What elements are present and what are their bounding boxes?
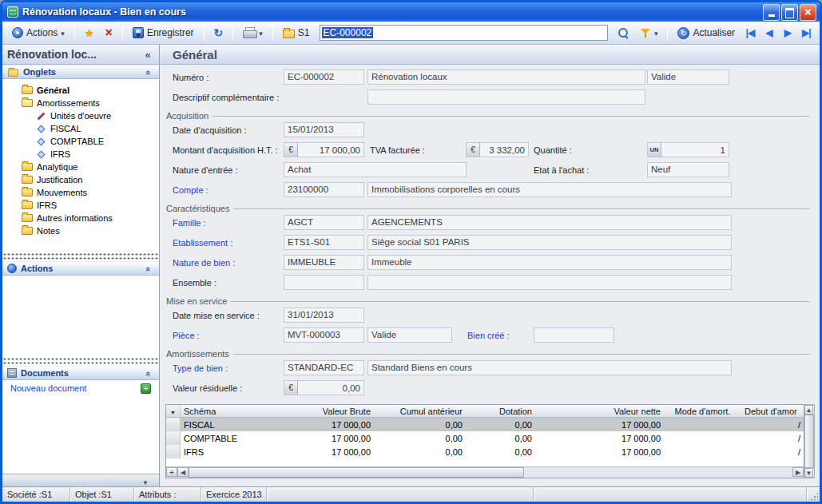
add-row-button[interactable] (166, 467, 177, 477)
save-button[interactable]: Enregistrer (128, 23, 199, 42)
scroll-up-button[interactable] (804, 405, 813, 415)
sidebar-item-mouvements[interactable]: Mouvements (2, 186, 159, 199)
sidebar-item-general[interactable]: Général (2, 84, 159, 97)
panel-splitter[interactable] (2, 251, 159, 261)
field-quantite[interactable]: UN 1 (647, 142, 729, 157)
col-valeur-nette[interactable]: Valeur nette (535, 405, 664, 417)
col-cumul-anterieur[interactable]: Cumul antérieur (374, 405, 466, 417)
scroll-down-button[interactable] (804, 468, 813, 478)
label-nature-bien-link[interactable]: Nature de bien : (173, 258, 235, 268)
field-tva-facturee[interactable]: € 3 332,00 (466, 142, 529, 157)
field-etat-achat[interactable]: Neuf (647, 162, 729, 177)
actualiser-button[interactable]: Actualiser (673, 23, 740, 42)
field-numero[interactable]: EC-000002 (284, 69, 364, 85)
field-valeur-residuelle[interactable]: € 0,00 (284, 380, 364, 395)
scroll-down-button[interactable] (138, 474, 153, 488)
field-compte-code[interactable]: 23100000 (284, 182, 364, 197)
field-ensemble-libelle[interactable] (367, 275, 732, 290)
col-dotation[interactable]: Dotation (466, 405, 535, 417)
field-montant-ht[interactable]: € 17 000,00 (284, 142, 364, 157)
new-button[interactable] (80, 23, 99, 42)
nav-first-button[interactable] (741, 24, 758, 42)
field-designation[interactable]: Rénovation locaux (367, 69, 645, 85)
scroll-thumb[interactable] (189, 467, 524, 478)
new-document-link[interactable]: Nouveau document (10, 383, 141, 393)
panel-splitter[interactable] (2, 355, 159, 366)
field-descriptif[interactable] (367, 89, 645, 105)
cell-mode-amort (664, 431, 741, 445)
sidebar-item-fiscal[interactable]: FISCAL (2, 122, 159, 135)
cell-valeur-brute: 17 000,00 (278, 445, 374, 458)
col-mode-amort[interactable]: Mode d'amort. (664, 405, 741, 417)
label-etablissement-link[interactable]: Etablissement : (173, 238, 232, 248)
field-compte-libelle[interactable]: Immobilisations corporelles en cours (367, 182, 732, 197)
field-date-acquisition[interactable]: 15/01/2013 (284, 122, 364, 137)
record-search-input[interactable]: EC-000002 (320, 25, 608, 41)
field-date-mise-service[interactable]: 31/01/2013 (284, 308, 364, 323)
filter-button[interactable] (636, 23, 663, 42)
scroll-right-button[interactable] (792, 467, 804, 477)
field-etablissement-libelle[interactable]: Siège social S01 PARIS (367, 235, 732, 250)
chevron-up-icon[interactable] (143, 366, 154, 380)
sidebar-item-notes[interactable]: Notes (2, 224, 159, 237)
table-row-fiscal[interactable]: FISCAL 17 000,00 0,00 0,00 17 000,00 / (166, 418, 804, 431)
label-compte-link[interactable]: Compte : (173, 185, 208, 195)
collapse-sidebar-button[interactable] (141, 47, 154, 62)
close-button[interactable] (800, 4, 816, 21)
field-etablissement-code[interactable]: ETS1-S01 (284, 235, 364, 250)
print-button[interactable] (238, 23, 268, 42)
panel-header-actions[interactable]: Actions (2, 261, 159, 276)
sidebar-item-amortissements[interactable]: Amortissements (2, 97, 159, 109)
delete-button[interactable] (101, 23, 117, 42)
label-bien-cree-link[interactable]: Bien créé : (467, 331, 510, 340)
field-piece-code[interactable]: MVT-000003 (284, 327, 364, 343)
field-nature-bien-code[interactable]: IMMEUBLE (284, 255, 364, 270)
table-row-comptable[interactable]: COMPTABLE 17 000,00 0,00 0,00 17 000,00 … (166, 431, 804, 445)
sidebar-header: Rénovation loc... (2, 45, 159, 65)
field-famille-libelle[interactable]: AGENCEMENTS (367, 215, 732, 230)
chevron-up-icon[interactable] (143, 65, 154, 79)
company-folder-button[interactable]: S1 (278, 23, 315, 42)
field-famille-code[interactable]: AGCT (284, 215, 364, 230)
table-row-ifrs[interactable]: IFRS 17 000,00 0,00 0,00 17 000,00 / (166, 445, 804, 458)
window-title: Rénovation locaux - Bien en cours (22, 6, 763, 18)
actions-menu-button[interactable]: Actions (7, 23, 69, 42)
field-piece-statut[interactable]: Valide (367, 327, 452, 343)
scroll-thumb[interactable] (804, 415, 814, 468)
minimize-button[interactable] (763, 4, 780, 21)
label-type-bien-link[interactable]: Type de bien : (173, 363, 228, 373)
scroll-track[interactable] (189, 467, 792, 478)
field-type-bien-code[interactable]: STANDARD-EC (284, 360, 364, 375)
field-type-bien-libelle[interactable]: Standard Biens en cours (367, 360, 732, 375)
field-ensemble-code[interactable] (284, 275, 364, 290)
sidebar-item-ifrs[interactable]: IFRS (2, 148, 159, 161)
sidebar-item-ifrs-2[interactable]: IFRS (2, 199, 159, 212)
search-button[interactable] (613, 23, 634, 42)
col-debut-amort[interactable]: Debut d'amor (741, 405, 804, 417)
field-bien-cree[interactable] (534, 327, 614, 343)
col-valeur-brute[interactable]: Valeur Brute (278, 405, 374, 417)
panel-header-onglets[interactable]: Onglets (2, 65, 159, 79)
nav-next-button[interactable] (779, 24, 796, 42)
label-piece-link[interactable]: Pièce : (173, 331, 200, 340)
field-nature-bien-libelle[interactable]: Immeuble (367, 255, 732, 270)
refresh-button[interactable] (209, 23, 228, 42)
panel-header-documents[interactable]: Documents (2, 366, 159, 380)
sidebar-item-analytique[interactable]: Analytique (2, 161, 159, 173)
sidebar-item-unites-doeuvre[interactable]: Unités d'oeuvre (2, 109, 159, 122)
nav-previous-button[interactable] (760, 24, 777, 42)
sidebar-item-justification[interactable]: Justification (2, 173, 159, 186)
scroll-left-button[interactable] (177, 467, 189, 477)
resize-grip[interactable] (807, 487, 820, 502)
field-statut[interactable]: Valide (647, 69, 729, 85)
sidebar-item-comptable[interactable]: COMPTABLE (2, 135, 159, 148)
field-nature-entree[interactable]: Achat (284, 162, 467, 177)
chevron-up-icon[interactable] (143, 261, 154, 276)
maximize-button[interactable] (781, 4, 798, 21)
col-schema[interactable]: Schéma (181, 405, 278, 417)
sidebar-item-autres-informations[interactable]: Autres informations (2, 212, 159, 224)
label-famille-link[interactable]: Famille : (173, 218, 206, 228)
header-marker-cell[interactable] (166, 405, 181, 417)
add-document-button[interactable] (141, 383, 151, 394)
nav-last-button[interactable] (798, 24, 815, 42)
